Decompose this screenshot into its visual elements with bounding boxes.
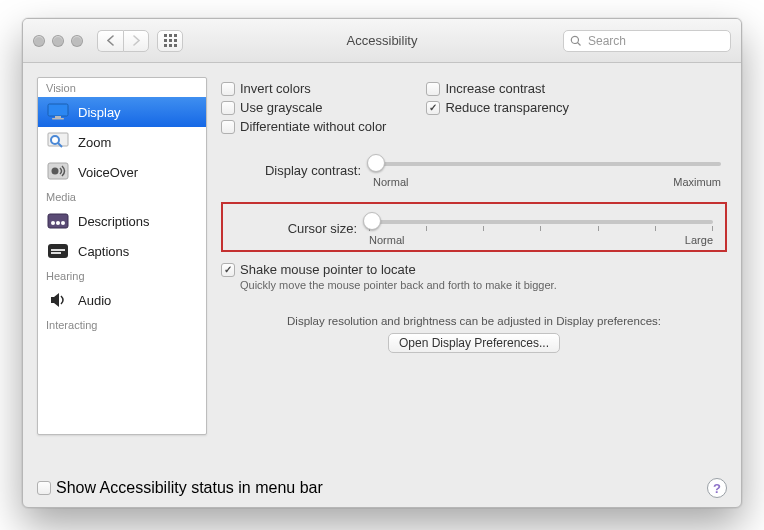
settings-pane: Invert colors Use grayscale Differentiat…	[221, 77, 727, 465]
show-all-button[interactable]	[157, 30, 183, 52]
slider-track	[373, 162, 721, 166]
svg-rect-1	[55, 116, 61, 118]
group-media: Media	[38, 187, 206, 206]
svg-rect-0	[48, 104, 68, 116]
grid-icon	[164, 34, 177, 47]
titlebar: Accessibility	[23, 19, 741, 63]
slider-thumb[interactable]	[363, 212, 381, 230]
audio-icon	[46, 290, 70, 310]
svg-point-7	[52, 168, 59, 175]
cursor-slider[interactable]	[363, 210, 719, 234]
group-interacting: Interacting	[38, 315, 206, 334]
resolution-note: Display resolution and brightness can be…	[221, 315, 727, 327]
contrast-slider[interactable]	[367, 152, 727, 176]
shake-pointer-checkbox[interactable]: Shake mouse pointer to locate	[221, 262, 727, 277]
cursor-min: Normal	[369, 234, 404, 246]
search-input[interactable]	[586, 33, 724, 49]
window-footer: Show Accessibility status in menu bar ?	[23, 469, 741, 507]
display-icon	[46, 102, 70, 122]
help-button[interactable]: ?	[707, 478, 727, 498]
zoom-icon	[46, 132, 70, 152]
sidebar-item-zoom[interactable]: Zoom	[38, 127, 206, 157]
checkbox-label: Differentiate without color	[240, 119, 386, 134]
checkbox-label: Use grayscale	[240, 100, 322, 115]
checkbox-icon	[426, 101, 440, 115]
checkbox-icon	[221, 101, 235, 115]
svg-point-9	[51, 221, 55, 225]
sidebar-item-label: VoiceOver	[78, 165, 138, 180]
svg-rect-13	[51, 252, 61, 254]
checkbox-icon	[426, 82, 440, 96]
menu-bar-status-checkbox[interactable]: Show Accessibility status in menu bar	[37, 479, 323, 497]
checkbox-icon	[221, 82, 235, 96]
close-button[interactable]	[33, 35, 45, 47]
shake-hint: Quickly move the mouse pointer back and …	[240, 279, 727, 291]
checkbox-label: Show Accessibility status in menu bar	[56, 479, 323, 497]
checkbox-icon	[221, 120, 235, 134]
checkbox-label: Shake mouse pointer to locate	[240, 262, 416, 277]
sidebar-item-label: Zoom	[78, 135, 111, 150]
reduce-transparency-checkbox[interactable]: Reduce transparency	[426, 100, 569, 115]
open-display-preferences-button[interactable]: Open Display Preferences...	[388, 333, 560, 353]
slider-ticks	[369, 226, 713, 232]
back-button[interactable]	[97, 30, 123, 52]
svg-point-10	[56, 221, 60, 225]
increase-contrast-checkbox[interactable]: Increase contrast	[426, 81, 569, 96]
svg-point-11	[61, 221, 65, 225]
cursor-max: Large	[685, 234, 713, 246]
differentiate-checkbox[interactable]: Differentiate without color	[221, 119, 386, 134]
window-controls	[33, 35, 83, 47]
checkbox-icon	[221, 263, 235, 277]
checkbox-label: Reduce transparency	[445, 100, 569, 115]
nav-back-forward	[97, 30, 149, 52]
search-icon	[570, 35, 582, 47]
voiceover-icon	[46, 162, 70, 182]
contrast-min: Normal	[373, 176, 408, 188]
sidebar-item-captions[interactable]: Captions	[38, 236, 206, 266]
cursor-label: Cursor size:	[229, 221, 357, 236]
sidebar-item-label: Descriptions	[78, 214, 150, 229]
checkbox-label: Increase contrast	[445, 81, 545, 96]
svg-rect-14	[51, 249, 65, 251]
svg-point-4	[51, 136, 59, 144]
cursor-size-highlight: Cursor size: Normal Large	[221, 202, 727, 252]
window-body: Vision Display Zoom VoiceOver Media	[23, 63, 741, 469]
sidebar-item-display[interactable]: Display	[38, 97, 206, 127]
sidebar-item-descriptions[interactable]: Descriptions	[38, 206, 206, 236]
contrast-label: Display contrast:	[221, 163, 361, 178]
group-hearing: Hearing	[38, 266, 206, 285]
captions-icon	[46, 241, 70, 261]
sidebar-item-voiceover[interactable]: VoiceOver	[38, 157, 206, 187]
sidebar-item-label: Audio	[78, 293, 111, 308]
zoom-button[interactable]	[71, 35, 83, 47]
group-vision: Vision	[38, 78, 206, 97]
slider-thumb[interactable]	[367, 154, 385, 172]
svg-rect-2	[52, 118, 64, 120]
checkbox-label: Invert colors	[240, 81, 311, 96]
minimize-button[interactable]	[52, 35, 64, 47]
contrast-max: Maximum	[673, 176, 721, 188]
category-sidebar: Vision Display Zoom VoiceOver Media	[37, 77, 207, 435]
sidebar-item-audio[interactable]: Audio	[38, 285, 206, 315]
invert-colors-checkbox[interactable]: Invert colors	[221, 81, 386, 96]
forward-button[interactable]	[123, 30, 149, 52]
checkbox-icon	[37, 481, 51, 495]
sidebar-item-label: Captions	[78, 244, 129, 259]
slider-track	[369, 220, 713, 224]
use-grayscale-checkbox[interactable]: Use grayscale	[221, 100, 386, 115]
descriptions-icon	[46, 211, 70, 231]
preferences-window: Accessibility Vision Display Zoom	[22, 18, 742, 508]
sidebar-item-label: Display	[78, 105, 121, 120]
search-field[interactable]	[563, 30, 731, 52]
